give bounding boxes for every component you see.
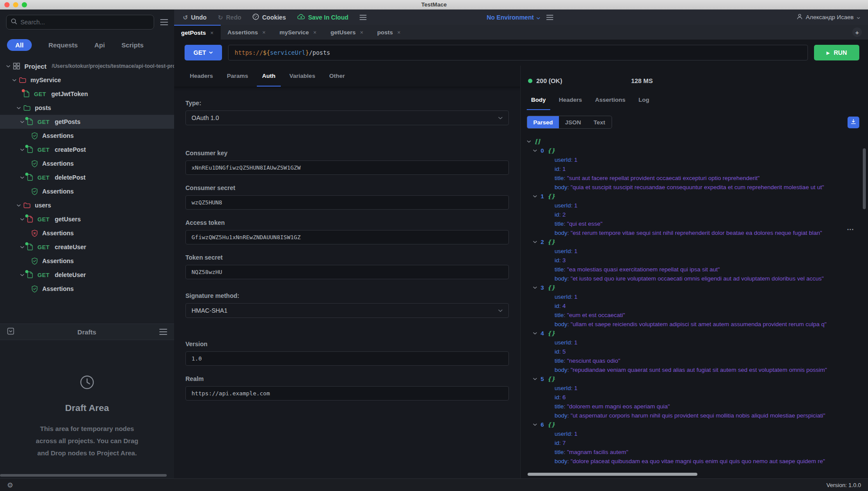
chevron-expand-icon[interactable]: [20, 176, 27, 179]
drafts-collapse-icon[interactable]: [7, 327, 14, 337]
chevron-expand-icon[interactable]: [12, 79, 19, 82]
search-box[interactable]: [6, 15, 154, 30]
environment-menu-icon[interactable]: [546, 15, 553, 20]
sidebar-horizontal-scrollbar[interactable]: [0, 474, 167, 477]
tree-row-myService[interactable]: myService: [0, 73, 174, 87]
field-input-consumer-key[interactable]: [185, 160, 509, 175]
tree-row-Project[interactable]: Project/Users/kotokur/projects/testmace/…: [0, 59, 174, 73]
tab-getPosts[interactable]: getPosts×: [174, 25, 221, 40]
subtab-headers[interactable]: Headers: [185, 66, 218, 87]
chevron-expand-icon[interactable]: [20, 148, 27, 151]
zoom-window-button[interactable]: [22, 2, 27, 7]
json-item-header[interactable]: 2{}: [533, 237, 860, 247]
chevron-expand-icon[interactable]: [533, 286, 541, 289]
subtab-variables[interactable]: Variables: [284, 66, 320, 87]
tab-myService[interactable]: myService×: [273, 25, 323, 40]
download-response-button[interactable]: [848, 117, 859, 128]
tree-row-getJwtToken[interactable]: GETgetJwtToken: [0, 87, 174, 101]
tree-row-Assertions[interactable]: Assertions: [0, 129, 174, 143]
chevron-expand-icon[interactable]: [17, 107, 24, 110]
field-input-token-secret[interactable]: [185, 265, 509, 279]
tab-close-icon[interactable]: ×: [397, 29, 401, 36]
chevron-expand-icon[interactable]: [533, 240, 541, 244]
chevron-expand-icon[interactable]: [527, 140, 535, 143]
save-in-cloud-button[interactable]: Save In Cloud: [297, 14, 349, 21]
chevron-expand-icon[interactable]: [20, 274, 27, 277]
chevron-expand-icon[interactable]: [6, 65, 13, 68]
environment-selector[interactable]: No Environment: [487, 14, 540, 21]
chevron-expand-icon[interactable]: [533, 423, 541, 426]
tree-row-deleteUser[interactable]: GETdeleteUser: [0, 268, 174, 282]
filter-pill-scripts[interactable]: Scripts: [121, 41, 144, 49]
tree-row-createUser[interactable]: GETcreateUser: [0, 240, 174, 254]
chevron-expand-icon[interactable]: [20, 218, 27, 221]
tree-row-getUsers[interactable]: GETgetUsers: [0, 212, 174, 226]
tree-row-deletePost[interactable]: GETdeletePost: [0, 170, 174, 184]
subtab-params[interactable]: Params: [222, 66, 253, 87]
view-mode-json[interactable]: JSON: [559, 116, 587, 128]
tree-row-Assertions[interactable]: Assertions: [0, 254, 174, 268]
user-menu[interactable]: Александр Исаев: [797, 13, 860, 21]
response-tab-log[interactable]: Log: [634, 90, 654, 110]
tab-getUsers[interactable]: getUsers×: [323, 25, 370, 40]
filter-pill-requests[interactable]: Requests: [48, 41, 78, 49]
tab-Assertions[interactable]: Assertions×: [221, 25, 273, 40]
redo-button[interactable]: ↻ Redo: [218, 14, 242, 21]
response-vertical-scrollbar[interactable]: [863, 148, 866, 209]
row-overflow-ellipsis[interactable]: ...: [847, 224, 854, 232]
new-tab-button[interactable]: +: [852, 27, 862, 37]
field-input-consumer-secret[interactable]: [185, 195, 509, 210]
tree-row-Assertions[interactable]: Assertions: [0, 184, 174, 198]
tree-row-createPost[interactable]: GETcreatePost: [0, 143, 174, 157]
json-item-header[interactable]: 6{}: [533, 420, 860, 429]
response-tab-body[interactable]: Body: [527, 90, 550, 110]
tab-posts[interactable]: posts×: [370, 25, 408, 40]
tab-close-icon[interactable]: ×: [360, 29, 363, 36]
url-input[interactable]: https://${serviceUrl}/posts: [228, 45, 808, 60]
json-item-header[interactable]: 1{}: [533, 192, 860, 201]
field-input-version[interactable]: [185, 351, 509, 366]
response-tab-assertions[interactable]: Assertions: [591, 90, 630, 110]
tree-row-getPosts[interactable]: GETgetPosts: [0, 115, 174, 129]
cookies-button[interactable]: Cookies: [252, 13, 286, 21]
tree-row-users[interactable]: users: [0, 198, 174, 212]
tree-row-Assertions[interactable]: Assertions: [0, 282, 174, 296]
undo-button[interactable]: ↺ Undo: [183, 14, 207, 21]
filter-pill-all[interactable]: All: [7, 39, 32, 51]
tab-close-icon[interactable]: ×: [210, 30, 214, 36]
json-item-header[interactable]: 4{}: [533, 329, 860, 338]
filter-pill-api[interactable]: Api: [94, 41, 105, 49]
field-input-access-token[interactable]: [185, 230, 509, 244]
json-item-header[interactable]: 0{}: [533, 146, 860, 155]
view-mode-parsed[interactable]: Parsed: [527, 116, 559, 128]
method-select-button[interactable]: GET: [185, 45, 222, 60]
tab-close-icon[interactable]: ×: [262, 29, 266, 36]
response-horizontal-scrollbar[interactable]: [528, 473, 697, 476]
settings-gear-icon[interactable]: ⚙: [7, 481, 13, 489]
view-mode-text[interactable]: Text: [587, 116, 612, 128]
field-input-realm[interactable]: [185, 386, 509, 401]
chevron-expand-icon[interactable]: [533, 149, 541, 152]
auth-type-select[interactable]: OAuth 1.0: [185, 110, 509, 125]
json-item-header[interactable]: 5{}: [533, 374, 860, 384]
chevron-expand-icon[interactable]: [533, 377, 541, 381]
run-button[interactable]: ▶ RUN: [814, 45, 859, 60]
chevron-expand-icon[interactable]: [17, 204, 24, 207]
tree-row-posts[interactable]: posts: [0, 101, 174, 115]
json-root-row[interactable]: []: [527, 137, 860, 146]
subtab-auth[interactable]: Auth: [257, 66, 281, 87]
close-window-button[interactable]: [4, 2, 10, 7]
drafts-menu-icon[interactable]: [159, 329, 167, 335]
tree-row-Assertions[interactable]: Assertions: [0, 157, 174, 170]
signature-method-select[interactable]: HMAC-SHA1: [185, 303, 509, 318]
tab-close-icon[interactable]: ×: [313, 29, 317, 36]
minimize-window-button[interactable]: [13, 2, 18, 7]
sidebar-menu-icon[interactable]: [160, 19, 168, 25]
response-tab-headers[interactable]: Headers: [555, 90, 586, 110]
tree-row-Assertions[interactable]: Assertions: [0, 226, 174, 240]
subtab-other[interactable]: Other: [324, 66, 350, 87]
search-input[interactable]: [20, 19, 149, 26]
chevron-expand-icon[interactable]: [20, 120, 27, 124]
json-item-header[interactable]: 3{}: [533, 283, 860, 292]
chevron-expand-icon[interactable]: [20, 246, 27, 249]
